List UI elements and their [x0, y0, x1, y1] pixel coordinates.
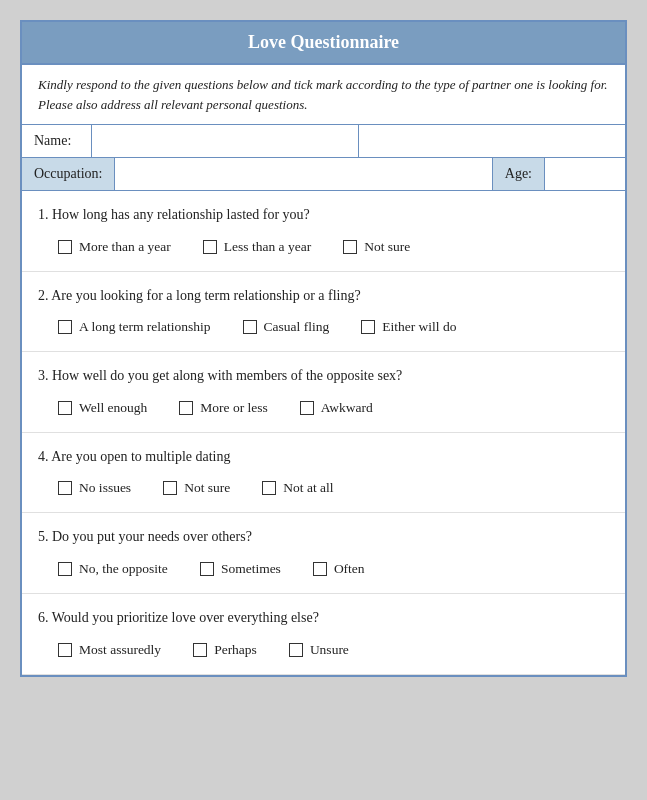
option-item-q4-1[interactable]: Not sure	[163, 480, 230, 496]
option-item-q1-1[interactable]: Less than a year	[203, 239, 311, 255]
option-label-q5-1: Sometimes	[221, 561, 281, 577]
option-label-q1-1: Less than a year	[224, 239, 311, 255]
option-item-q3-0[interactable]: Well enough	[58, 400, 147, 416]
checkbox-q1-2[interactable]	[343, 240, 357, 254]
option-label-q6-2: Unsure	[310, 642, 349, 658]
option-label-q4-2: Not at all	[283, 480, 333, 496]
question-block-q6: 6. Would you prioritize love over everyt…	[22, 594, 625, 675]
option-label-q3-2: Awkward	[321, 400, 373, 416]
option-label-q6-1: Perhaps	[214, 642, 257, 658]
checkbox-q1-0[interactable]	[58, 240, 72, 254]
question-text-q1: 1. How long has any relationship lasted …	[38, 205, 609, 225]
option-label-q3-0: Well enough	[79, 400, 147, 416]
checkbox-q5-1[interactable]	[200, 562, 214, 576]
option-label-q4-1: Not sure	[184, 480, 230, 496]
checkbox-q3-0[interactable]	[58, 401, 72, 415]
question-block-q3: 3. How well do you get along with member…	[22, 352, 625, 433]
option-item-q1-0[interactable]: More than a year	[58, 239, 171, 255]
instructions: Kindly respond to the given questions be…	[22, 65, 625, 125]
checkbox-q3-2[interactable]	[300, 401, 314, 415]
checkbox-q2-1[interactable]	[243, 320, 257, 334]
checkbox-q5-0[interactable]	[58, 562, 72, 576]
option-label-q1-0: More than a year	[79, 239, 171, 255]
option-label-q5-0: No, the opposite	[79, 561, 168, 577]
option-item-q5-1[interactable]: Sometimes	[200, 561, 281, 577]
option-item-q3-2[interactable]: Awkward	[300, 400, 373, 416]
option-item-q4-0[interactable]: No issues	[58, 480, 131, 496]
form-title: Love Questionnaire	[22, 22, 625, 65]
option-label-q6-0: Most assuredly	[79, 642, 161, 658]
question-text-q2: 2. Are you looking for a long term relat…	[38, 286, 609, 306]
option-item-q2-0[interactable]: A long term relationship	[58, 319, 211, 335]
age-input[interactable]	[545, 158, 625, 190]
question-text-q3: 3. How well do you get along with member…	[38, 366, 609, 386]
option-item-q5-2[interactable]: Often	[313, 561, 365, 577]
occupation-label: Occupation:	[22, 158, 115, 190]
option-item-q2-1[interactable]: Casual fling	[243, 319, 330, 335]
options-row-q2: A long term relationshipCasual flingEith…	[38, 315, 609, 345]
checkbox-q4-2[interactable]	[262, 481, 276, 495]
option-label-q2-1: Casual fling	[264, 319, 330, 335]
option-label-q1-2: Not sure	[364, 239, 410, 255]
checkbox-q2-2[interactable]	[361, 320, 375, 334]
option-item-q1-2[interactable]: Not sure	[343, 239, 410, 255]
option-item-q6-2[interactable]: Unsure	[289, 642, 349, 658]
checkbox-q6-0[interactable]	[58, 643, 72, 657]
checkbox-q2-0[interactable]	[58, 320, 72, 334]
checkbox-q5-2[interactable]	[313, 562, 327, 576]
options-row-q5: No, the oppositeSometimesOften	[38, 557, 609, 587]
option-label-q3-1: More or less	[200, 400, 268, 416]
checkbox-q6-1[interactable]	[193, 643, 207, 657]
option-label-q5-2: Often	[334, 561, 365, 577]
question-text-q4: 4. Are you open to multiple dating	[38, 447, 609, 467]
question-text-q5: 5. Do you put your needs over others?	[38, 527, 609, 547]
options-row-q4: No issuesNot sureNot at all	[38, 476, 609, 506]
checkbox-q6-2[interactable]	[289, 643, 303, 657]
age-label: Age:	[493, 158, 545, 190]
occupation-row: Occupation: Age:	[22, 158, 625, 191]
name-input-left[interactable]	[92, 125, 359, 157]
option-label-q2-0: A long term relationship	[79, 319, 211, 335]
question-text-q6: 6. Would you prioritize love over everyt…	[38, 608, 609, 628]
option-item-q6-1[interactable]: Perhaps	[193, 642, 257, 658]
options-row-q1: More than a yearLess than a yearNot sure	[38, 235, 609, 265]
questions-container: 1. How long has any relationship lasted …	[22, 191, 625, 675]
option-label-q2-2: Either will do	[382, 319, 456, 335]
option-item-q6-0[interactable]: Most assuredly	[58, 642, 161, 658]
options-row-q3: Well enoughMore or lessAwkward	[38, 396, 609, 426]
form-container: Love Questionnaire Kindly respond to the…	[20, 20, 627, 677]
checkbox-q1-1[interactable]	[203, 240, 217, 254]
question-block-q1: 1. How long has any relationship lasted …	[22, 191, 625, 272]
name-input-right[interactable]	[359, 125, 625, 157]
checkbox-q4-0[interactable]	[58, 481, 72, 495]
checkbox-q4-1[interactable]	[163, 481, 177, 495]
option-item-q4-2[interactable]: Not at all	[262, 480, 333, 496]
options-row-q6: Most assuredlyPerhapsUnsure	[38, 638, 609, 668]
question-block-q4: 4. Are you open to multiple datingNo iss…	[22, 433, 625, 514]
name-label: Name:	[22, 125, 92, 157]
question-block-q2: 2. Are you looking for a long term relat…	[22, 272, 625, 353]
option-item-q2-2[interactable]: Either will do	[361, 319, 456, 335]
question-block-q5: 5. Do you put your needs over others?No,…	[22, 513, 625, 594]
option-item-q3-1[interactable]: More or less	[179, 400, 268, 416]
option-label-q4-0: No issues	[79, 480, 131, 496]
option-item-q5-0[interactable]: No, the opposite	[58, 561, 168, 577]
name-row: Name:	[22, 125, 625, 158]
occupation-input[interactable]	[115, 158, 492, 190]
checkbox-q3-1[interactable]	[179, 401, 193, 415]
